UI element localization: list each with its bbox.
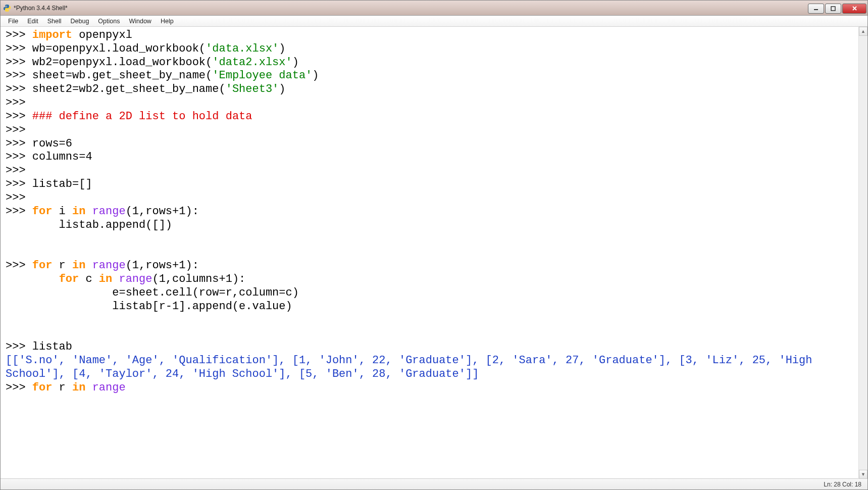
code-text <box>85 205 92 218</box>
menu-options[interactable]: Options <box>93 17 124 26</box>
svg-rect-0 <box>814 9 818 10</box>
code-keyword: for <box>32 381 53 394</box>
code-text: ) <box>279 83 285 95</box>
code-builtin: range <box>119 273 152 285</box>
code-keyword: for <box>32 205 53 218</box>
close-button[interactable] <box>842 4 866 14</box>
code-text: e=sheet.cell(row=r,column=c) <box>6 286 299 299</box>
python-app-icon <box>3 4 11 12</box>
code-text: listab <box>32 340 72 353</box>
menubar: File Edit Shell Debug Options Window Hel… <box>1 16 867 27</box>
code-text <box>6 246 59 258</box>
menu-help[interactable]: Help <box>156 17 178 26</box>
statusbar: Ln: 28 Col: 18 <box>1 478 867 489</box>
code-string: 'Sheet3' <box>226 83 279 95</box>
code-text: listab=[] <box>32 178 92 190</box>
code-keyword: import <box>32 29 72 41</box>
code-keyword: for <box>59 273 79 285</box>
code-editor[interactable]: >>> import openpyxl >>> wb=openpyxl.load… <box>1 27 867 478</box>
code-pad <box>6 273 59 285</box>
prompt: >>> <box>6 42 32 55</box>
code-text: r <box>52 381 72 394</box>
code-text: ) <box>312 69 319 82</box>
code-text: (1,columns+1): <box>152 273 245 285</box>
code-text: c <box>79 273 99 285</box>
code-text: (1,rows+1): <box>126 259 199 272</box>
window: *Python 3.4.4 Shell* File Edit Shell Deb… <box>0 0 868 490</box>
code-keyword: for <box>32 259 53 272</box>
cursor-position: Ln: 28 Col: 18 <box>824 481 861 488</box>
prompt: >>> <box>6 191 32 204</box>
prompt: >>> <box>6 96 32 109</box>
code-builtin: range <box>92 205 126 218</box>
code-keyword: in <box>72 381 85 394</box>
code-text: sheet=wb.get_sheet_by_name( <box>32 69 212 82</box>
prompt: >>> <box>6 178 32 190</box>
code-string: 'data2.xlsx' <box>212 56 292 69</box>
code-text: openpyxl <box>72 29 132 41</box>
code-text: listab[r-1].append(e.value) <box>6 300 292 313</box>
code-text <box>112 273 119 285</box>
code-output: [['S.no', 'Name', 'Age', 'Qualification'… <box>6 354 819 380</box>
menu-shell[interactable]: Shell <box>43 17 66 26</box>
window-title: *Python 3.4.4 Shell* <box>14 5 808 12</box>
prompt: >>> <box>6 56 32 69</box>
code-text: listab.append([]) <box>6 219 172 231</box>
prompt: >>> <box>6 29 32 41</box>
menu-file[interactable]: File <box>4 17 23 26</box>
code-text: columns=4 <box>32 151 92 163</box>
prompt: >>> <box>6 164 32 177</box>
code-text <box>85 381 92 394</box>
code-builtin: range <box>92 381 126 394</box>
code-builtin: range <box>92 259 126 272</box>
code-text: sheet2=wb2.get_sheet_by_name( <box>32 83 226 95</box>
maximize-button[interactable] <box>825 4 841 14</box>
window-buttons <box>808 3 867 14</box>
prompt: >>> <box>6 69 32 82</box>
code-text: wb2=openpyxl.load_workbook( <box>32 56 212 69</box>
prompt: >>> <box>6 259 32 272</box>
menu-debug[interactable]: Debug <box>66 17 94 26</box>
prompt: >>> <box>6 137 32 150</box>
prompt: >>> <box>6 151 32 163</box>
code-keyword: in <box>72 259 85 272</box>
code-text <box>6 327 112 339</box>
minimize-button[interactable] <box>808 4 824 14</box>
code-comment: ### define a 2D list to hold data <box>32 110 252 123</box>
prompt: >>> <box>6 110 32 123</box>
menu-window[interactable]: Window <box>124 17 156 26</box>
close-icon <box>852 6 857 11</box>
minimize-icon <box>813 6 819 11</box>
code-text: rows=6 <box>32 137 72 150</box>
code-string: 'data.xlsx' <box>206 42 279 55</box>
prompt: >>> <box>6 205 32 218</box>
menu-edit[interactable]: Edit <box>23 17 43 26</box>
code-text: i <box>52 205 72 218</box>
svg-rect-1 <box>831 7 835 11</box>
prompt: >>> <box>6 340 32 353</box>
vertical-scrollbar[interactable]: ▲ ▼ <box>858 27 867 479</box>
titlebar[interactable]: *Python 3.4.4 Shell* <box>1 1 867 16</box>
code-string: 'Employee data' <box>212 69 312 82</box>
code-text: wb=openpyxl.load_workbook( <box>32 42 206 55</box>
scroll-up-icon[interactable]: ▲ <box>859 27 867 36</box>
prompt: >>> <box>6 381 32 394</box>
scroll-down-icon[interactable]: ▼ <box>859 470 867 479</box>
code-text: ) <box>292 56 299 69</box>
code-text <box>85 259 92 272</box>
code-text: (1,rows+1): <box>126 205 199 218</box>
prompt: >>> <box>6 124 32 136</box>
scroll-track[interactable] <box>859 36 867 470</box>
code-keyword: in <box>99 273 112 285</box>
code-text: ) <box>279 42 285 55</box>
maximize-icon <box>831 6 836 11</box>
code-text: r <box>52 259 72 272</box>
code-keyword: in <box>72 205 85 218</box>
prompt: >>> <box>6 83 32 95</box>
